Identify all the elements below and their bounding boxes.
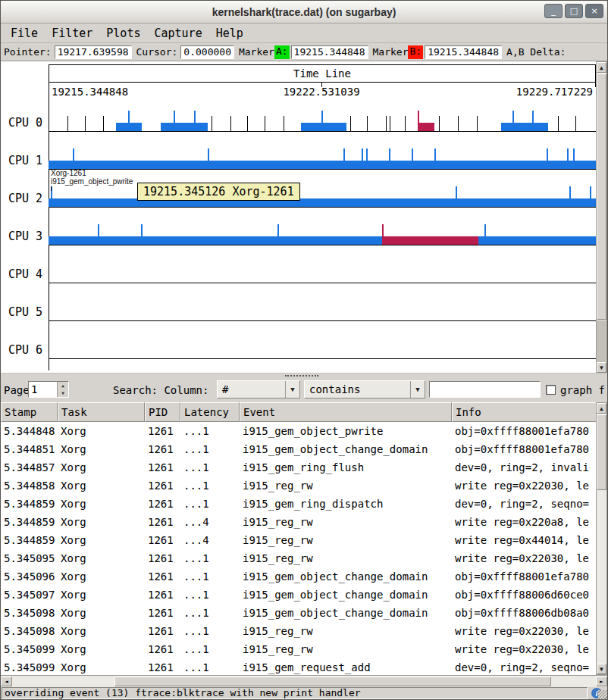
cpu-0-event-tick[interactable] (367, 116, 368, 131)
cpu-1-event-tick[interactable] (573, 148, 575, 169)
cpu-0-event-tick[interactable] (284, 116, 284, 131)
spin-down-icon[interactable]: ▼ (58, 389, 68, 397)
scroll-down-icon[interactable]: ▼ (597, 664, 606, 674)
cpu-0-event-tick[interactable] (512, 111, 514, 131)
cpu-0-event-bar[interactable] (161, 123, 208, 131)
cpu-0-event-tick[interactable] (67, 116, 68, 131)
cpu-0-event-bar[interactable] (301, 123, 346, 131)
close-button[interactable]: × (585, 4, 603, 18)
cpu-0-event-tick[interactable] (128, 111, 130, 131)
cpu-1-event-tick[interactable] (362, 148, 363, 169)
cpu-0-event-tick[interactable] (247, 116, 248, 131)
cpu-0-event-tick[interactable] (85, 116, 86, 131)
graph-follows-checkbox[interactable] (546, 385, 556, 395)
cpu-3-event-tick[interactable] (141, 224, 143, 245)
scroll-up-icon[interactable]: ▲ (597, 403, 606, 414)
table-row[interactable]: 5.344851Xorg1261...1i915_gem_object_chan… (1, 440, 597, 458)
menu-capture[interactable]: Capture (147, 25, 208, 42)
menu-help[interactable]: Help (209, 25, 250, 42)
chevron-down-icon[interactable]: ▼ (410, 381, 425, 398)
cpu-1-event-tick[interactable] (567, 148, 569, 169)
scroll-up-icon[interactable]: ▲ (597, 62, 606, 73)
resize-grip[interactable] (598, 690, 607, 699)
cpu-0-event-bar[interactable] (418, 123, 434, 131)
column-header-latency[interactable]: Latency (180, 402, 240, 422)
cpu-1-event-tick[interactable] (389, 148, 390, 169)
cpu-0-event-tick[interactable] (418, 111, 419, 131)
cpu-0-event-tick[interactable] (174, 111, 175, 131)
timeline-graph[interactable]: Time Line 19215.344848 19222.531039 1922… (1, 61, 607, 373)
scroll-right-icon[interactable]: ► (596, 677, 607, 686)
graph-scrollbar-thumb[interactable] (597, 73, 606, 320)
cpu-1-event-tick[interactable] (343, 148, 345, 169)
cpu-2-event-tick[interactable] (456, 186, 457, 207)
cpu-2-run-bar[interactable] (49, 198, 596, 207)
table-row[interactable]: 5.345099Xorg1261...1i915_reg_rwwrite reg… (1, 640, 597, 658)
table-row[interactable]: 5.344858Xorg1261...1i915_reg_rwwrite reg… (1, 477, 597, 495)
cpu-0-event-tick[interactable] (405, 116, 406, 131)
spin-up-icon[interactable]: ▲ (58, 382, 68, 389)
cpu-0-event-tick[interactable] (194, 111, 196, 131)
column-header-pid[interactable]: PID (145, 402, 180, 422)
cpu-2-event-tick[interactable] (569, 186, 571, 207)
operator-select[interactable]: contains ▼ (304, 380, 425, 398)
cpu-0-event-tick[interactable] (477, 116, 478, 131)
table-row[interactable]: 5.345097Xorg1261...1i915_gem_object_chan… (1, 586, 597, 604)
table-row[interactable]: 5.344848Xorg1261...1i915_gem_object_pwri… (1, 422, 597, 440)
menu-filter[interactable]: Filter (45, 25, 99, 42)
cpu-0-event-tick[interactable] (321, 111, 323, 131)
cpu-3-event-bar[interactable] (382, 236, 478, 245)
maximize-button[interactable]: □ (565, 4, 583, 18)
table-row[interactable]: 5.344859Xorg1261...4i915_reg_rwwrite reg… (1, 531, 597, 549)
cpu-0-event-tick[interactable] (265, 116, 265, 131)
cpu-0-event-tick[interactable] (558, 116, 559, 131)
cpu-0-event-bar[interactable] (501, 123, 548, 131)
table-row[interactable]: 5.345098Xorg1261...1i915_gem_object_chan… (1, 604, 597, 622)
page-spinner-arrows[interactable]: ▲▼ (57, 382, 68, 397)
table-row[interactable]: 5.344859Xorg1261...1i915_gem_ring_dispat… (1, 495, 597, 513)
scroll-down-icon[interactable]: ▼ (597, 362, 606, 373)
table-vertical-scrollbar[interactable]: ▲ ▼ (596, 402, 607, 675)
cpu-0-event-tick[interactable] (575, 116, 576, 131)
table-row[interactable]: 5.345096Xorg1261...1i915_gem_object_chan… (1, 567, 597, 586)
menu-file[interactable]: File (4, 25, 45, 42)
cpu-0-event-tick[interactable] (103, 116, 104, 131)
cpu-0-event-tick[interactable] (386, 116, 387, 131)
table-row[interactable]: 5.345099Xorg1261...1i915_gem_request_add… (1, 658, 597, 675)
graph-vertical-scrollbar[interactable]: ▲ ▼ (596, 61, 607, 373)
hscrollbar-thumb[interactable] (114, 677, 551, 686)
cpu-0-event-tick[interactable] (458, 116, 459, 131)
cpu-1-event-tick[interactable] (366, 148, 368, 169)
table-row[interactable]: 5.345095Xorg1261...1i915_reg_rwwrite reg… (1, 549, 597, 567)
cpu-3-run-bar[interactable] (49, 236, 596, 245)
table-row[interactable]: 5.344857Xorg1261...1i915_gem_ring_flushd… (1, 458, 597, 477)
table-row[interactable]: 5.344859Xorg1261...4i915_reg_rwwrite reg… (1, 513, 597, 531)
cpu-0-event-tick[interactable] (212, 116, 212, 131)
cpu-0-event-tick[interactable] (350, 116, 351, 131)
cpu-2-event-tick[interactable] (590, 186, 591, 207)
table-scrollbar-thumb[interactable] (597, 414, 606, 490)
search-input[interactable] (429, 381, 541, 398)
table-horizontal-scrollbar[interactable]: ◄ ► (1, 675, 607, 687)
column-header-info[interactable]: Info (452, 402, 597, 422)
cpu-0-event-tick[interactable] (532, 111, 534, 131)
graph-scrollbar-track[interactable] (597, 320, 606, 362)
cpu-1-event-tick[interactable] (208, 148, 209, 169)
cpu-0-event-tick[interactable] (439, 116, 440, 131)
cpu-3-event-tick[interactable] (484, 224, 486, 245)
cpu-1-event-tick[interactable] (73, 148, 74, 169)
cpu-0-event-tick[interactable] (230, 116, 231, 131)
column-header-task[interactable]: Task (58, 402, 145, 422)
menu-plots[interactable]: Plots (99, 25, 147, 42)
cpu-1-event-tick[interactable] (412, 148, 413, 169)
cpu-0-event-tick[interactable] (390, 116, 390, 131)
column-header-event[interactable]: Event (240, 402, 452, 422)
column-header-stamp[interactable]: Stamp (1, 402, 58, 422)
page-spinner[interactable]: 1 ▲▼ (28, 381, 69, 398)
cpu-1-event-tick[interactable] (547, 148, 548, 169)
scroll-left-icon[interactable]: ◄ (1, 677, 12, 686)
cpu-1-event-tick[interactable] (434, 148, 436, 169)
table-row[interactable]: 5.345098Xorg1261...1i915_reg_rwwrite reg… (1, 622, 597, 640)
cpu-3-event-tick[interactable] (98, 224, 99, 245)
cpu-3-event-tick[interactable] (277, 224, 279, 245)
